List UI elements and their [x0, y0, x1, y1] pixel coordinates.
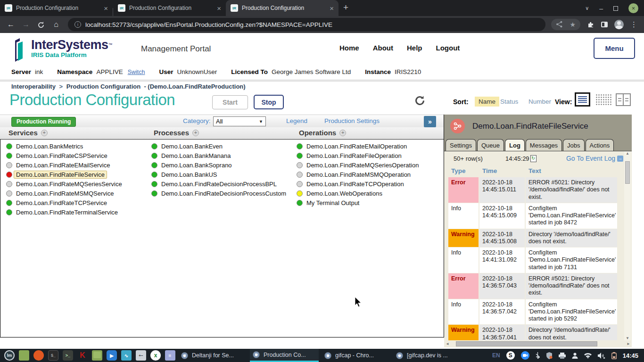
config-item[interactable]: Demo.Loan.WebOperations	[297, 189, 438, 198]
log-row[interactable]: Warning 2022-10-1814:36:57.041 Directory…	[448, 325, 617, 340]
site-info-icon[interactable]: i	[74, 21, 81, 28]
config-item[interactable]: Demo.Loan.FindRateFileOperation	[297, 151, 438, 160]
scrollbar-thumb[interactable]	[456, 341, 597, 346]
config-item[interactable]: Demo.Loan.BankEven	[151, 141, 293, 151]
config-item[interactable]: Demo.Loan.BankManana	[151, 151, 293, 160]
system-monitor-icon[interactable]: ∿	[121, 350, 132, 361]
scroll-down-icon[interactable]: ▼	[626, 336, 629, 340]
zoom-icon[interactable]	[521, 351, 529, 360]
extensions-puzzle-icon[interactable]	[587, 21, 594, 28]
maximize-button[interactable]	[613, 6, 618, 11]
config-item[interactable]: Demo.Loan.FindRateEMailService	[6, 160, 148, 170]
nav-home-link[interactable]: Home	[339, 44, 359, 52]
breadcrumb-root-link[interactable]: Interoperability	[11, 83, 56, 90]
config-item[interactable]: Demo.Loan.FindRateMSMQService	[6, 189, 148, 198]
tab-search-icon[interactable]: ∨	[585, 5, 589, 11]
config-item[interactable]: Demo.Loan.FindRateMSMQOperation	[297, 170, 438, 179]
switch-link[interactable]: Switch	[128, 69, 145, 75]
category-select[interactable]: All ▼	[213, 116, 266, 126]
view-list-icon[interactable]	[575, 92, 590, 107]
notes-icon[interactable]: ≡	[165, 350, 175, 361]
config-item[interactable]: Demo.Loan.FindRateTCPService	[6, 198, 148, 207]
nav-logout-link[interactable]: Logout	[436, 44, 460, 52]
window-button-deltanji[interactable]: Deltanji for Se...	[178, 349, 247, 362]
log-row[interactable]: Info 2022-10-1814:36:57.042 ConfigItem '…	[448, 299, 617, 325]
sort-by-status[interactable]: Status	[500, 98, 518, 105]
col-header-type[interactable]: Type	[448, 166, 479, 177]
refresh-icon[interactable]	[413, 94, 426, 109]
tab-queue[interactable]: Queue	[477, 139, 504, 151]
language-indicator[interactable]: EN	[492, 352, 500, 359]
add-operation-button[interactable]: +	[339, 130, 346, 136]
deltanji-icon[interactable]: K	[77, 350, 88, 361]
spreadsheet-icon[interactable]: x	[150, 350, 161, 361]
legend-link[interactable]: Legend	[286, 117, 307, 124]
video-app-icon[interactable]: ▶	[107, 350, 117, 361]
profile-avatar[interactable]	[614, 20, 624, 29]
scrollbar-thumb[interactable]	[625, 161, 630, 184]
browser-tab-1[interactable]: IR Production Configuration ×	[0, 0, 113, 16]
vertical-scrollbar[interactable]: ▲ ▼	[624, 151, 631, 340]
window-button-gifcap[interactable]: gifcap - Chro...	[322, 349, 390, 362]
close-window-button[interactable]: ×	[628, 3, 638, 13]
bluetooth-icon[interactable]	[536, 352, 540, 359]
config-item-selected[interactable]: Demo.Loan.FindRateFileService	[6, 170, 148, 179]
view-split-icon[interactable]	[616, 93, 631, 106]
log-row[interactable]: Error 2022-10-1814:45:15.011 ERROR #5021…	[448, 177, 617, 203]
folder-icon[interactable]	[92, 350, 102, 361]
side-panel-icon[interactable]	[601, 22, 608, 27]
log-row[interactable]: Error 2022-10-1814:36:57.043 ERROR #5021…	[448, 273, 617, 299]
window-button-production-active[interactable]: Production Co...	[250, 349, 319, 362]
sort-by-name[interactable]: Name	[475, 97, 499, 107]
config-item[interactable]: Demo.Loan.FindRateTCPOperation	[297, 179, 438, 189]
scroll-left-icon[interactable]: ◄	[446, 342, 449, 346]
tab-messages[interactable]: Messages	[526, 139, 562, 151]
go-to-event-log-link[interactable]: Go To Event Log →	[566, 155, 623, 162]
view-grid-icon[interactable]	[595, 94, 611, 106]
wifi-icon[interactable]	[584, 353, 592, 358]
config-item[interactable]: Demo.Loan.FindRateDecisionProcessBPL	[151, 179, 293, 189]
tab-settings[interactable]: Settings	[446, 139, 476, 151]
col-header-time[interactable]: Time	[479, 166, 525, 177]
app-store-icon[interactable]	[33, 350, 44, 361]
sort-by-number[interactable]: Number	[528, 98, 551, 105]
calculator-icon[interactable]: +−	[136, 350, 146, 361]
back-icon[interactable]: ←	[5, 20, 17, 29]
production-settings-link[interactable]: Production Settings	[324, 117, 380, 124]
user-status-icon[interactable]	[572, 353, 578, 359]
col-header-text[interactable]: Text	[526, 166, 617, 177]
tab-log[interactable]: Log	[505, 139, 525, 151]
config-item[interactable]: Demo.Loan.FindRateMQSeriesService	[6, 179, 148, 189]
nav-help-link[interactable]: Help	[407, 44, 422, 52]
bookmark-star-icon[interactable]: ★	[570, 21, 576, 28]
start-button[interactable]: Start	[212, 95, 248, 109]
expand-panel-button[interactable]: »	[424, 116, 436, 127]
tab-close-icon[interactable]: ×	[104, 5, 108, 12]
mint-menu-icon[interactable]: lm	[4, 350, 15, 361]
skype-icon[interactable]: S	[506, 351, 515, 360]
browser-tab-2[interactable]: IR Production Configuration ×	[113, 0, 226, 16]
config-item[interactable]: Demo.Loan.BankMetrics	[6, 141, 148, 151]
browser-tab-3-active[interactable]: IR Production Configuration ×	[226, 0, 339, 16]
config-item[interactable]: Demo.Loan.FindRateMQSeriesOperation	[297, 160, 438, 170]
battery-icon[interactable]	[611, 352, 617, 359]
terminal-alt-icon[interactable]: >_	[63, 350, 73, 361]
add-process-button[interactable]: +	[192, 130, 199, 136]
home-icon[interactable]: ⌂	[50, 20, 62, 29]
tab-close-icon[interactable]: ×	[330, 5, 334, 12]
share-icon[interactable]	[556, 21, 563, 28]
forward-icon[interactable]: →	[20, 20, 32, 29]
config-item[interactable]: Demo.Loan.FindRateCSPService	[6, 151, 148, 160]
reload-icon[interactable]	[35, 20, 47, 29]
minimize-button[interactable]: –	[599, 5, 603, 12]
nav-about-link[interactable]: About	[373, 44, 393, 52]
config-item[interactable]: Demo.Loan.BankUS	[151, 170, 293, 179]
horizontal-scrollbar[interactable]: ◄ ►	[444, 340, 632, 347]
scroll-right-icon[interactable]: ►	[627, 342, 630, 346]
tab-actions[interactable]: Actions	[586, 139, 614, 151]
security-shield-icon[interactable]	[546, 352, 553, 359]
tab-jobs[interactable]: Jobs	[563, 139, 584, 151]
tab-close-icon[interactable]: ×	[217, 5, 221, 12]
log-row[interactable]: Info 2022-10-1814:45:15.009 ConfigItem '…	[448, 203, 617, 229]
stop-button[interactable]: Stop	[254, 95, 284, 109]
